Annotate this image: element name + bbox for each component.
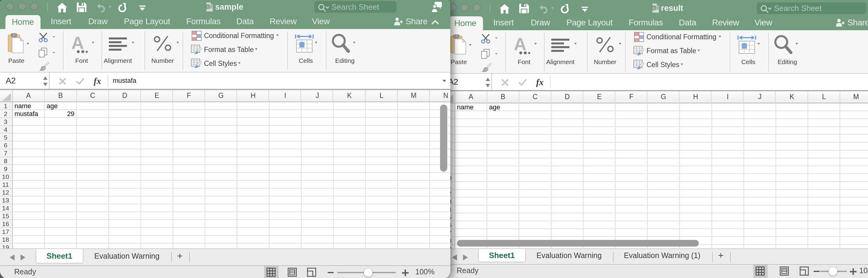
svg-text:X: X (652, 5, 655, 10)
svg-text:X: X (207, 4, 209, 9)
svg-text:A: A (514, 34, 526, 54)
svg-text:A: A (71, 33, 84, 53)
